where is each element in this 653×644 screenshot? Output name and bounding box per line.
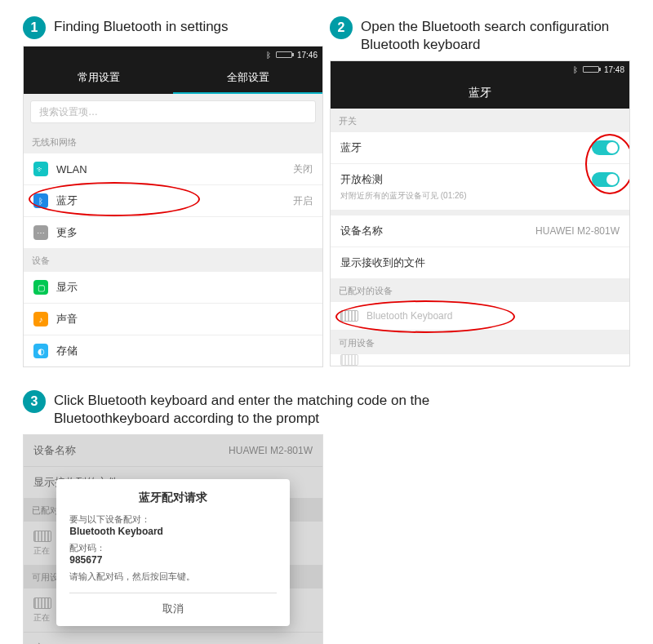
step3-title: Click Bluetooth keyboard and enter the m…	[54, 390, 429, 428]
dialog-hint: 请输入配对码，然后按回车键。	[69, 571, 276, 583]
battery-icon	[583, 66, 599, 73]
section-switch: 开关	[331, 109, 629, 132]
storage-icon: ◐	[33, 344, 48, 358]
settings-tabs: 常用设置 全部设置	[24, 63, 322, 94]
row-storage[interactable]: ◐ 存储	[24, 335, 322, 366]
step-badge-2: 2	[330, 16, 353, 39]
status-time: 17:48	[604, 65, 624, 74]
row-wlan-label: WLAN	[56, 163, 285, 175]
visibility-toggle[interactable]	[592, 172, 620, 187]
step1-header: 1 Finding Bluetooth in settings	[23, 16, 323, 39]
bluetooth-icon: ᛒ	[33, 193, 48, 208]
row-received-files[interactable]: 显示接收到的文件	[331, 247, 629, 278]
device-name-label: 设备名称	[340, 224, 527, 238]
row-display-label: 显示	[56, 280, 313, 295]
step1-title: Finding Bluetooth in settings	[54, 16, 229, 36]
tab-common[interactable]: 常用设置	[24, 63, 173, 94]
modal-overlay: 蓝牙配对请求 要与以下设备配对： Bluetooth Keyboard 配对码：…	[24, 435, 322, 644]
visibility-sub: 对附近所有的蓝牙设备可见 (01:26)	[340, 190, 466, 202]
step-badge-1: 1	[23, 16, 46, 39]
row-device-name[interactable]: 设备名称 HUAWEI M2-801W	[331, 215, 629, 247]
sound-icon: ♪	[33, 312, 48, 326]
section-available: 可用设备	[331, 331, 629, 354]
row-storage-label: 存储	[56, 344, 313, 358]
row-sound[interactable]: ♪ 声音	[24, 304, 322, 335]
row-display[interactable]: ▢ 显示	[24, 272, 322, 304]
dialog-device-label: 要与以下设备配对：	[69, 513, 276, 526]
row-bt-label: 蓝牙	[56, 193, 285, 208]
row-sound-label: 声音	[56, 312, 313, 326]
step-badge-3: 3	[23, 390, 46, 413]
row-more[interactable]: ⋯ 更多	[24, 217, 322, 248]
row-bluetooth[interactable]: ᛒ 蓝牙 开启	[24, 185, 322, 217]
row-wlan-value: 关闭	[293, 162, 313, 176]
row-bt-value: 开启	[293, 194, 313, 208]
row-available-cut	[331, 354, 629, 366]
dialog-title: 蓝牙配对请求	[69, 491, 276, 505]
status-bar: ᛒ 17:46	[24, 47, 322, 63]
screenshot-bluetooth: ᛒ 17:48 蓝牙 开关 蓝牙 开放检测	[330, 60, 630, 366]
status-bar: ᛒ 17:48	[331, 61, 629, 78]
more-icon: ⋯	[33, 225, 48, 240]
step2-title: Open the Bluetooth search configuration …	[361, 16, 609, 54]
cancel-button[interactable]: 取消	[69, 593, 276, 618]
screenshot-pair-dialog: 设备名称 HUAWEI M2-801W 显示接收到的文件 已配对的设备 Blue…	[23, 434, 323, 644]
step3-header: 3 Click Bluetooth keyboard and enter the…	[23, 390, 630, 428]
battery-icon	[276, 51, 292, 58]
row-wlan[interactable]: ᯤ WLAN 关闭	[24, 153, 322, 185]
row-bt-toggle[interactable]: 蓝牙	[331, 132, 629, 164]
section-paired: 已配对的设备	[331, 278, 629, 302]
received-label: 显示接收到的文件	[340, 255, 620, 270]
row-visibility[interactable]: 开放检测 对附近所有的蓝牙设备可见 (01:26)	[331, 164, 629, 211]
wifi-icon: ᯤ	[33, 162, 48, 176]
search-input[interactable]: 搜索设置项…	[30, 100, 316, 123]
bluetooth-status-icon: ᛒ	[573, 65, 578, 74]
row-more-label: 更多	[56, 225, 313, 240]
display-icon: ▢	[33, 280, 48, 295]
keyboard-icon	[340, 310, 358, 322]
paired-name: Bluetooth Keyboard	[366, 310, 452, 322]
bt-toggle-label: 蓝牙	[340, 140, 584, 155]
section-wireless: 无线和网络	[24, 130, 322, 153]
step2-header: 2 Open the Bluetooth search configuratio…	[330, 16, 630, 54]
pair-dialog: 蓝牙配对请求 要与以下设备配对： Bluetooth Keyboard 配对码：…	[56, 479, 289, 626]
dialog-code-label: 配对码：	[69, 542, 276, 554]
dialog-device-name: Bluetooth Keyboard	[69, 526, 276, 537]
visibility-label: 开放检测	[340, 172, 592, 187]
row-paired-keyboard[interactable]: Bluetooth Keyboard	[331, 302, 629, 331]
keyboard-icon	[340, 354, 358, 366]
status-time: 17:46	[297, 51, 318, 60]
screenshot-settings: ᛒ 17:46 常用设置 全部设置 搜索设置项… 无线和网络 ᯤ WLAN 关	[23, 46, 323, 367]
bt-toggle[interactable]	[592, 140, 620, 155]
bluetooth-status-icon: ᛒ	[266, 51, 271, 60]
device-name-value: HUAWEI M2-801W	[535, 225, 620, 237]
dialog-code-value: 985677	[69, 554, 276, 566]
tab-all[interactable]: 全部设置	[173, 63, 322, 94]
page-title: 蓝牙	[331, 78, 629, 109]
section-device: 设备	[24, 248, 322, 272]
